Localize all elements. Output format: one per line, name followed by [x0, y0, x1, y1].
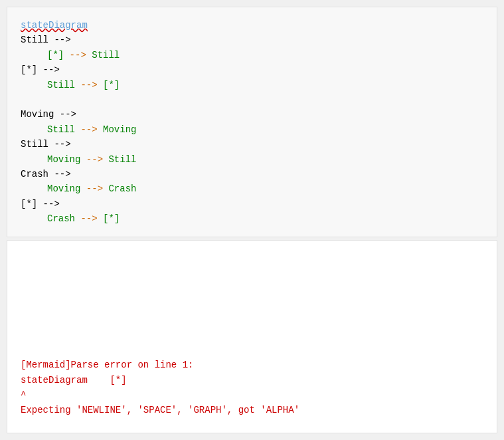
state-moving-2: Moving: [47, 154, 80, 165]
arrow-6: -->: [75, 213, 103, 224]
state-still-2: Still: [47, 80, 75, 90]
code-line-2: [*] --> Still: [21, 48, 483, 62]
arrow-2: -->: [75, 80, 103, 90]
code-panel: stateDiagram Still --> [*] --> Still [*]…: [7, 7, 497, 237]
state-crash-2: Crash: [47, 213, 75, 224]
error-expecting-line: Expecting 'NEWLINE', 'SPACE', 'GRAPH', g…: [21, 403, 483, 417]
arrow-4: -->: [80, 154, 108, 165]
arrow-5: -->: [80, 183, 108, 194]
state-moving-3: Moving: [47, 183, 80, 194]
state-moving-1: Moving: [103, 124, 136, 135]
bracket-start: [*]: [47, 50, 64, 60]
bracket-end: [*]: [103, 80, 120, 90]
state-still-3: Still: [47, 124, 75, 135]
error-code-line: stateDiagram [*]: [21, 373, 483, 387]
code-line-1: stateDiagram: [21, 18, 483, 33]
state-still-1: Still: [92, 50, 120, 60]
bracket-end-2: [*]: [103, 213, 120, 224]
error-parse-label: [Mermaid]Parse error on line 1:: [21, 358, 483, 372]
code-line-blank: [21, 92, 483, 107]
code-line-8: Crash --> [*]: [21, 211, 483, 226]
arrow-1: -->: [64, 50, 92, 60]
code-line-5: Still --> Moving: [21, 122, 483, 137]
error-caret: ^: [21, 387, 483, 402]
code-line-7: Moving --> Crash: [21, 181, 483, 196]
arrow-3: -->: [75, 124, 103, 135]
main-container: stateDiagram Still --> [*] --> Still [*]…: [0, 0, 504, 440]
state-still-4: Still: [108, 154, 136, 165]
error-content: [Mermaid]Parse error on line 1: stateDia…: [21, 358, 483, 417]
code-line-6: Moving --> Still: [21, 152, 483, 167]
error-panel: [Mermaid]Parse error on line 1: stateDia…: [7, 240, 497, 433]
code-line-3: Still --> [*]: [21, 78, 483, 92]
keyword-statediagram: stateDiagram: [21, 20, 88, 31]
state-crash-1: Crash: [108, 183, 136, 194]
